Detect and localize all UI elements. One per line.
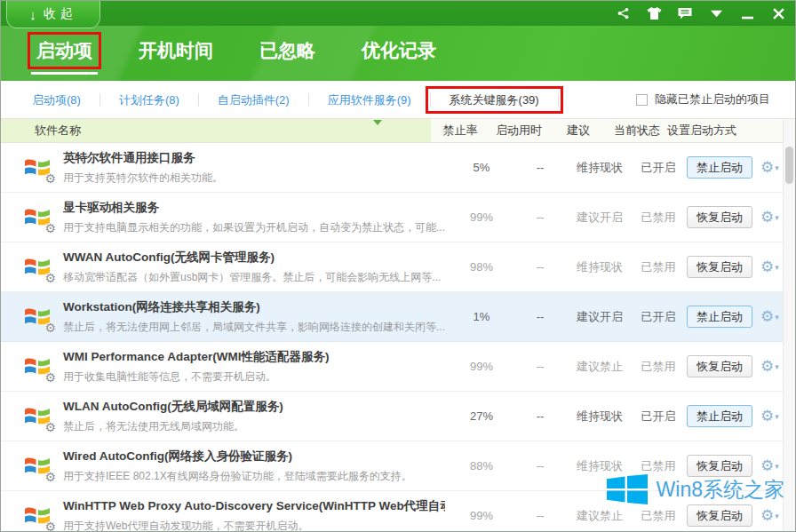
windows-service-icon: ⚙ xyxy=(24,404,52,429)
table-row[interactable]: ⚙ 显卡驱动相关服务 用于支持电脑显示相关的功能，如果设置为开机启动，自动变为禁… xyxy=(1,193,795,242)
service-description: 用于收集电脑性能等信息，不需要开机启动。 xyxy=(63,369,445,385)
service-name: WMI Performance Adapter(WMI性能适配器服务) xyxy=(63,349,445,365)
windows-service-icon: ⚙ xyxy=(24,255,52,280)
toggle-startup-button[interactable]: 恢复启动 xyxy=(687,504,752,527)
collapse-button[interactable]: ↓ 收起 xyxy=(6,1,100,28)
disable-rate-value: 99% xyxy=(452,509,511,522)
table-row[interactable]: ⚙ WMI Performance Adapter(WMI性能适配器服务) 用于… xyxy=(1,342,795,392)
subtab-autorun-plugins[interactable]: 自启动插件(2) xyxy=(199,93,309,107)
tab-startup[interactable]: 启动项 xyxy=(36,38,92,63)
subtab-app-services[interactable]: 应用软件服务(9) xyxy=(309,93,431,107)
gear-icon: ⚙ xyxy=(760,259,774,274)
gear-icon: ⚙ xyxy=(760,359,774,374)
gear-icon: ⚙ xyxy=(760,458,774,473)
scrollbar-thumb[interactable] xyxy=(785,147,793,184)
service-gear-overlay-icon: ⚙ xyxy=(44,272,56,284)
service-description: 用于支持电脑显示相关的功能，如果设置为开机启动，自动变为禁止状态，可能... xyxy=(63,220,445,235)
suggestion-value: 建议开启 xyxy=(569,210,630,226)
settings-gear-dropdown[interactable]: ⚙ ▾ xyxy=(760,409,779,424)
gear-icon: ⚙ xyxy=(760,508,774,523)
column-header-status[interactable]: 当前状态 xyxy=(609,123,665,139)
suggestion-value: 维持现状 xyxy=(569,259,630,275)
gear-icon: ⚙ xyxy=(760,309,774,324)
windows-service-icon: ⚙ xyxy=(24,454,52,479)
tab-ignored[interactable]: 已忽略 xyxy=(259,38,315,63)
current-status-value: 已开启 xyxy=(630,160,687,176)
startup-time-value: -- xyxy=(511,409,569,423)
close-icon[interactable] xyxy=(770,6,786,20)
column-header-time[interactable]: 启动用时 xyxy=(490,123,548,139)
windows-service-icon: ⚙ xyxy=(24,155,52,180)
caret-down-icon: ▾ xyxy=(775,462,779,471)
share-icon[interactable] xyxy=(615,6,631,20)
startup-time-value: -- xyxy=(511,260,569,274)
service-name: WWAN AutoConfig(无线网卡管理服务) xyxy=(63,250,445,266)
current-status-value: 已禁用 xyxy=(630,210,687,226)
settings-gear-dropdown[interactable]: ⚙ ▾ xyxy=(760,458,779,473)
caret-down-icon: ▾ xyxy=(775,412,779,421)
table-header: 软件名称 禁止率 启动用时 建议 当前状态 设置启动方式 xyxy=(1,119,795,143)
subtab-scheduled-tasks[interactable]: 计划任务(8) xyxy=(100,93,199,107)
hide-disabled-checkbox[interactable] xyxy=(636,94,648,106)
toggle-startup-button[interactable]: 禁止启动 xyxy=(687,306,752,328)
suggestion-value: 建议开启 xyxy=(569,309,630,325)
minimize-icon[interactable] xyxy=(739,6,755,20)
suggestion-value: 维持现状 xyxy=(569,409,630,425)
feedback-icon[interactable] xyxy=(677,6,693,20)
toggle-startup-button[interactable]: 恢复启动 xyxy=(687,256,752,278)
current-status-value: 已禁用 xyxy=(630,259,687,275)
column-header-rate[interactable]: 禁止率 xyxy=(431,123,490,139)
suggestion-value: 建议禁止 xyxy=(569,508,630,524)
table-row[interactable]: ⚙ WWAN AutoConfig(无线网卡管理服务) 移动宽带适配器（如外置u… xyxy=(1,242,795,292)
tab-optimize-history[interactable]: 优化记录 xyxy=(362,38,436,63)
caret-down-icon: ▾ xyxy=(775,313,779,322)
table-row[interactable]: ⚙ 英特尔软件通用接口服务 用于支持英特尔软件的相关功能。 5% -- 维持现状… xyxy=(1,143,795,193)
settings-gear-dropdown[interactable]: ⚙ ▾ xyxy=(760,508,779,523)
startup-time-value: -- xyxy=(511,161,569,174)
service-name: WLAN AutoConfig(无线局域网配置服务) xyxy=(63,399,445,415)
toggle-startup-button[interactable]: 禁止启动 xyxy=(687,405,752,427)
toggle-startup-button[interactable]: 恢复启动 xyxy=(687,355,752,377)
windows-service-icon: ⚙ xyxy=(24,354,52,379)
skin-icon[interactable] xyxy=(646,6,662,20)
tab-boot-time[interactable]: 开机时间 xyxy=(139,38,213,63)
sub-nav: 启动项(8)计划任务(8)自启动插件(2)应用软件服务(9)系统关键服务(39)… xyxy=(1,81,795,119)
gear-icon: ⚙ xyxy=(760,409,774,424)
current-status-value: 已禁用 xyxy=(630,458,687,474)
service-gear-overlay-icon: ⚙ xyxy=(44,471,56,483)
current-status-value: 已开启 xyxy=(630,309,687,325)
menu-icon[interactable] xyxy=(708,6,724,20)
current-status-value: 已禁用 xyxy=(630,508,687,524)
hide-disabled-option: 隐藏已禁止启动的项目 xyxy=(636,91,770,107)
service-description: 禁止后，将无法使用无线局域网功能。 xyxy=(63,419,445,434)
settings-gear-dropdown[interactable]: ⚙ ▾ xyxy=(760,359,779,374)
startup-time-value: -- xyxy=(511,509,569,522)
disable-rate-value: 98% xyxy=(452,260,511,274)
hide-disabled-label: 隐藏已禁止启动的项目 xyxy=(655,91,770,107)
settings-gear-dropdown[interactable]: ⚙ ▾ xyxy=(760,210,779,225)
titlebar: ↓ 收起 xyxy=(1,1,795,26)
toggle-startup-button[interactable]: 禁止启动 xyxy=(687,156,752,179)
subtab-startup-items[interactable]: 启动项(8) xyxy=(13,93,100,107)
toggle-startup-button[interactable]: 恢复启动 xyxy=(687,206,752,228)
column-header-name[interactable]: 软件名称 xyxy=(1,119,431,142)
column-header-suggest[interactable]: 建议 xyxy=(548,123,609,139)
settings-gear-dropdown[interactable]: ⚙ ▾ xyxy=(760,160,779,175)
main-nav: 启动项开机时间已忽略优化记录 xyxy=(1,26,795,81)
disable-rate-value: 88% xyxy=(452,459,511,472)
vertical-scrollbar[interactable] xyxy=(783,120,795,531)
settings-gear-dropdown[interactable]: ⚙ ▾ xyxy=(760,309,779,324)
service-name: 英特尔软件通用接口服务 xyxy=(63,150,445,166)
caret-down-icon: ▾ xyxy=(775,362,779,371)
table-row[interactable]: ⚙ Workstation(网络连接共享相关服务) 禁止后，将无法使用网上邻居，… xyxy=(1,292,795,342)
table-row[interactable]: ⚙ WLAN AutoConfig(无线局域网配置服务) 禁止后，将无法使用无线… xyxy=(1,392,795,441)
disable-rate-value: 27% xyxy=(452,409,511,423)
service-gear-overlay-icon: ⚙ xyxy=(44,322,56,334)
subtab-system-key-services[interactable]: 系统关键服务(39) xyxy=(431,93,559,107)
disable-rate-value: 99% xyxy=(452,360,511,373)
collapse-label: 收起 xyxy=(44,6,77,22)
caret-down-icon: ▾ xyxy=(775,213,779,222)
settings-gear-dropdown[interactable]: ⚙ ▾ xyxy=(760,259,779,274)
win8-logo-icon xyxy=(607,474,648,504)
service-name: Workstation(网络连接共享相关服务) xyxy=(63,299,445,315)
